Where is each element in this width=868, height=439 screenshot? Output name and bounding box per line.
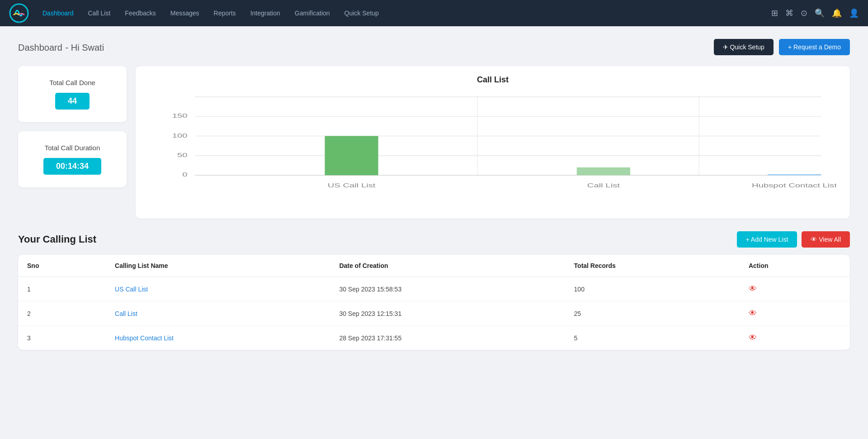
- navbar-icons: ⊞ ⌘ ⊙ 🔍 🔔 👤: [771, 8, 859, 18]
- svg-text:US Call List: US Call List: [328, 182, 376, 189]
- stat-cards: Total Call Done 44 Total Call Duration 0…: [18, 66, 127, 219]
- total-call-duration-label: Total Call Duration: [27, 144, 118, 152]
- logo-icon: [9, 3, 29, 23]
- view-all-button[interactable]: 👁 View All: [802, 231, 850, 248]
- table-header-row: Sno Calling List Name Date of Creation T…: [18, 255, 850, 277]
- calling-list-table: Sno Calling List Name Date of Creation T…: [18, 255, 850, 350]
- row2-name[interactable]: Call List: [106, 301, 330, 326]
- apple-icon[interactable]: ⌘: [785, 8, 793, 18]
- row2-date: 30 Sep 2023 12:15:31: [330, 301, 565, 326]
- svg-rect-15: [768, 174, 821, 175]
- row3-action[interactable]: 👁: [740, 326, 850, 350]
- total-call-duration-value: 00:14:34: [43, 158, 101, 175]
- col-total-records: Total Records: [565, 255, 740, 277]
- table-row: 1 US Call List 30 Sep 2023 15:58:53 100 …: [18, 277, 850, 301]
- row2-sno: 2: [18, 301, 106, 326]
- calling-list-header: Your Calling List + Add New List 👁 View …: [18, 231, 850, 248]
- android-icon[interactable]: ⊞: [771, 8, 778, 18]
- row1-action[interactable]: 👁: [740, 277, 850, 301]
- bell-icon[interactable]: 🔔: [832, 8, 842, 18]
- quick-setup-button[interactable]: ✈ Quick Setup: [714, 39, 774, 55]
- total-call-done-label: Total Call Done: [27, 79, 118, 86]
- calling-list-table-card: Sno Calling List Name Date of Creation T…: [18, 255, 850, 350]
- row1-total: 100: [565, 277, 740, 301]
- col-sno: Sno: [18, 255, 106, 277]
- help-icon[interactable]: ⊙: [801, 8, 807, 18]
- svg-text:0: 0: [182, 172, 187, 178]
- row3-name[interactable]: Hubspot Contact List: [106, 326, 330, 350]
- page-header: Dashboard - Hi Swati ✈ Quick Setup + Req…: [18, 39, 850, 55]
- row3-view-icon[interactable]: 👁: [749, 333, 757, 342]
- chart-title: Call List: [149, 75, 836, 85]
- svg-text:100: 100: [172, 132, 188, 139]
- svg-rect-11: [325, 136, 378, 176]
- row2-total: 25: [565, 301, 740, 326]
- row2-view-icon[interactable]: 👁: [749, 309, 757, 318]
- nav-quicksetup[interactable]: Quick Setup: [338, 6, 385, 20]
- row3-date: 28 Sep 2023 17:31:55: [330, 326, 565, 350]
- row3-total: 5: [565, 326, 740, 350]
- search-icon[interactable]: 🔍: [815, 8, 825, 18]
- page-content: Dashboard - Hi Swati ✈ Quick Setup + Req…: [0, 26, 868, 363]
- row1-sno: 1: [18, 277, 106, 301]
- row2-action[interactable]: 👁: [740, 301, 850, 326]
- table-row: 3 Hubspot Contact List 28 Sep 2023 17:31…: [18, 326, 850, 350]
- user-icon[interactable]: 👤: [849, 8, 859, 18]
- nav-messages[interactable]: Messages: [164, 6, 206, 20]
- col-calling-list-name: Calling List Name: [106, 255, 330, 277]
- row1-date: 30 Sep 2023 15:58:53: [330, 277, 565, 301]
- svg-rect-13: [577, 167, 630, 175]
- header-buttons: ✈ Quick Setup + Request a Demo: [714, 39, 850, 55]
- nav-dashboard[interactable]: Dashboard: [36, 6, 80, 20]
- top-row: Total Call Done 44 Total Call Duration 0…: [18, 66, 850, 219]
- nav-integration[interactable]: Integration: [244, 6, 287, 20]
- total-call-done-value: 44: [55, 93, 90, 110]
- svg-text:50: 50: [177, 152, 188, 159]
- row3-sno: 3: [18, 326, 106, 350]
- svg-text:Hubspot Contact List: Hubspot Contact List: [752, 182, 836, 189]
- col-action: Action: [740, 255, 850, 277]
- chart-area: 0 50 100 150 US Call List: [149, 92, 836, 210]
- row1-view-icon[interactable]: 👁: [749, 284, 757, 293]
- navbar: Dashboard Call List Feedbacks Messages R…: [0, 0, 868, 26]
- chart-svg: 0 50 100 150 US Call List: [149, 92, 836, 210]
- request-demo-button[interactable]: + Request a Demo: [779, 39, 850, 55]
- nav-gamification[interactable]: Gamification: [288, 6, 336, 20]
- page-title: Dashboard - Hi Swati: [18, 41, 104, 53]
- page-subtitle: - Hi Swati: [66, 43, 104, 52]
- calling-list-title: Your Calling List: [18, 234, 96, 245]
- chart-card: Call List 0 50 100 150: [136, 66, 850, 219]
- nav-links: Dashboard Call List Feedbacks Messages R…: [36, 6, 768, 20]
- table-body: 1 US Call List 30 Sep 2023 15:58:53 100 …: [18, 277, 850, 350]
- svg-text:150: 150: [172, 113, 188, 119]
- total-call-duration-card: Total Call Duration 00:14:34: [18, 131, 127, 187]
- nav-calllist[interactable]: Call List: [82, 6, 117, 20]
- add-new-list-button[interactable]: + Add New List: [737, 231, 797, 248]
- row1-name[interactable]: US Call List: [106, 277, 330, 301]
- table-header: Sno Calling List Name Date of Creation T…: [18, 255, 850, 277]
- col-date-creation: Date of Creation: [330, 255, 565, 277]
- table-row: 2 Call List 30 Sep 2023 12:15:31 25 👁: [18, 301, 850, 326]
- svg-text:Call List: Call List: [587, 182, 620, 189]
- total-call-done-card: Total Call Done 44: [18, 66, 127, 122]
- calling-list-buttons: + Add New List 👁 View All: [737, 231, 850, 248]
- nav-feedbacks[interactable]: Feedbacks: [118, 6, 162, 20]
- nav-reports[interactable]: Reports: [208, 6, 242, 20]
